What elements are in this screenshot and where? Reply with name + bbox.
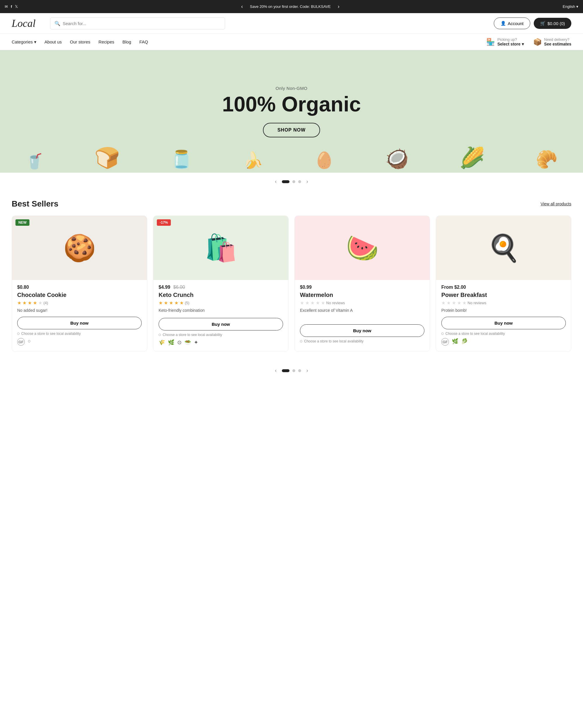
account-button[interactable]: 👤 Account xyxy=(494,18,530,29)
language-label: English xyxy=(563,4,575,9)
store-dot xyxy=(159,334,161,336)
twitter-icon[interactable]: 𝕏 xyxy=(15,4,18,9)
chevron-down-icon: ▾ xyxy=(576,4,578,9)
gluten-free-icon: GF xyxy=(441,338,449,346)
store-dot xyxy=(441,333,444,335)
product-price-watermelon: $0.99 xyxy=(300,285,424,290)
star-1: ★ xyxy=(441,300,445,306)
nav-item-faq[interactable]: FAQ xyxy=(139,40,148,44)
hero-next-arrow[interactable]: › xyxy=(304,177,310,186)
leaf-icon: 🌿 xyxy=(168,339,174,346)
dot-1[interactable] xyxy=(282,180,289,183)
product-stars-watermelon: ★ ★ ★ ★ ★ No reviews xyxy=(300,300,424,306)
hero-prev-arrow[interactable]: ‹ xyxy=(273,177,279,186)
star-2: ★ xyxy=(305,300,309,306)
hero-product-2: 🍞 xyxy=(94,146,120,170)
review-count-watermelon: No reviews xyxy=(326,301,345,305)
logo[interactable]: Local xyxy=(12,17,35,29)
product-icons-keto-crunch: 🌾 🌿 ⊙ 🥗 ✦ xyxy=(153,337,288,346)
hero-carousel-dots: ‹ › xyxy=(0,173,583,190)
store-note: Choose a store to see local availability xyxy=(163,333,222,337)
facebook-icon[interactable]: f xyxy=(11,4,12,9)
account-label: Account xyxy=(508,21,524,26)
announcement-next-arrow[interactable]: › xyxy=(335,2,342,11)
email-icon[interactable]: ✉ xyxy=(5,4,8,9)
product-icons-chocolate-cookie: GF ○ xyxy=(12,336,147,346)
hero-product-6: 🥥 xyxy=(385,148,409,170)
star-1: ★ xyxy=(159,300,163,306)
section-header: Best Sellers View all products xyxy=(12,199,571,209)
star-3: ★ xyxy=(310,300,314,306)
nav-right: 🏪 Picking up? Select store ▾ 📦 Need deli… xyxy=(486,37,571,46)
hero-product-7: 🌽 xyxy=(460,146,485,170)
buy-button-chocolate-cookie[interactable]: Buy now xyxy=(17,317,142,329)
products-prev-arrow[interactable]: ‹ xyxy=(273,366,279,375)
cart-button[interactable]: 🛒 $0.00 (0) xyxy=(534,18,571,29)
delivery-info: Need delivery? See estimates xyxy=(544,37,571,46)
shop-now-button[interactable]: SHOP NOW xyxy=(263,123,321,137)
product-stars-chocolate-cookie: ★ ★ ★ ★ ★ (4) xyxy=(17,300,142,306)
product-image-keto-crunch: -17% 🛍️ xyxy=(153,216,288,280)
dot-2[interactable] xyxy=(293,180,295,183)
nav-item-stores[interactable]: Our stores xyxy=(70,40,90,44)
cart-label: $0.00 (0) xyxy=(548,21,565,26)
products-dot-3[interactable] xyxy=(298,369,301,372)
product-info-power-breakfast: From $2.00 Power Breakfast ★ ★ ★ ★ ★ No … xyxy=(436,280,571,313)
pickup-selector[interactable]: 🏪 Picking up? Select store ▾ xyxy=(486,37,524,46)
star-4: ★ xyxy=(316,300,320,306)
product-card-keto-crunch: -17% 🛍️ $4.99 $6.00 Keto Crunch ★ ★ ★ ★ … xyxy=(153,215,288,352)
product-store-power-breakfast: Choose a store to see local availability xyxy=(436,329,571,336)
product-desc-chocolate-cookie: No added sugar! xyxy=(17,308,142,313)
search-input[interactable] xyxy=(63,21,221,26)
product-grid: NEW 🍪 $0.80 Chocolate Cookie ★ ★ ★ ★ ★ (… xyxy=(12,215,571,352)
announcement-text: Save 20% on your first order. Code: BULK… xyxy=(250,4,331,9)
product-name-watermelon: Watermelon xyxy=(300,292,424,298)
star-3: ★ xyxy=(28,300,32,306)
product-emoji-watermelon: 🍉 xyxy=(346,233,379,263)
product-card-chocolate-cookie: NEW 🍪 $0.80 Chocolate Cookie ★ ★ ★ ★ ★ (… xyxy=(12,215,147,352)
delivery-selector[interactable]: 📦 Need delivery? See estimates xyxy=(533,37,571,46)
product-emoji-chocolate-cookie: 🍪 xyxy=(63,233,96,263)
product-price-power-breakfast: From $2.00 xyxy=(441,285,566,290)
nav-item-categories[interactable]: Categories ▾ xyxy=(12,40,36,45)
announcement-prev-arrow[interactable]: ‹ xyxy=(239,2,245,11)
store-note: Choose a store to see local availability xyxy=(445,332,505,336)
search-icon: 🔍 xyxy=(55,21,60,26)
nav-item-recipes[interactable]: Recipes xyxy=(99,40,114,44)
view-all-link[interactable]: View all products xyxy=(540,202,571,206)
products-next-arrow[interactable]: › xyxy=(304,366,310,375)
product-image-power-breakfast: 🍳 xyxy=(436,216,571,280)
store-dot xyxy=(300,340,302,342)
hero-title: 100% Organic xyxy=(222,94,361,114)
hero-product-8: 🥐 xyxy=(536,149,558,170)
product-name-keto-crunch: Keto Crunch xyxy=(159,292,283,298)
salad-icon: 🥗 xyxy=(185,339,191,346)
nav-item-about[interactable]: About us xyxy=(45,40,62,44)
product-image-chocolate-cookie: NEW 🍪 xyxy=(12,216,147,280)
search-bar[interactable]: 🔍 xyxy=(50,18,225,29)
badge-sale: -17% xyxy=(157,219,171,226)
products-carousel-dots: ‹ › xyxy=(0,361,583,384)
language-selector[interactable]: English ▾ xyxy=(563,4,578,9)
product-stars-power-breakfast: ★ ★ ★ ★ ★ No reviews xyxy=(441,300,566,306)
delivery-value: See estimates xyxy=(544,42,571,46)
nav-left: Categories ▾ About us Our stores Recipes… xyxy=(12,40,148,45)
products-dot-1[interactable] xyxy=(282,369,289,372)
product-image-watermelon: 🍉 xyxy=(295,216,430,280)
buy-button-power-breakfast[interactable]: Buy now xyxy=(441,317,566,329)
star-4: ★ xyxy=(33,300,37,306)
gluten-free-icon: GF xyxy=(17,338,25,346)
nav-bar: Categories ▾ About us Our stores Recipes… xyxy=(0,34,583,50)
product-card-watermelon: 🍉 $0.99 Watermelon ★ ★ ★ ★ ★ No reviews … xyxy=(295,215,430,352)
buy-button-watermelon[interactable]: Buy now xyxy=(300,324,424,337)
nav-item-blog[interactable]: Blog xyxy=(122,40,131,44)
star-3: ★ xyxy=(452,300,456,306)
review-count-keto-crunch: (5) xyxy=(185,301,190,305)
dot-3[interactable] xyxy=(298,180,301,183)
star-5: ★ xyxy=(38,300,42,306)
products-dot-2[interactable] xyxy=(293,369,295,372)
buy-button-keto-crunch[interactable]: Buy now xyxy=(159,318,283,331)
header-actions: 👤 Account 🛒 $0.00 (0) xyxy=(494,18,571,29)
cart-icon: 🛒 xyxy=(540,21,546,26)
product-price-keto-crunch: $4.99 $6.00 xyxy=(159,285,283,290)
